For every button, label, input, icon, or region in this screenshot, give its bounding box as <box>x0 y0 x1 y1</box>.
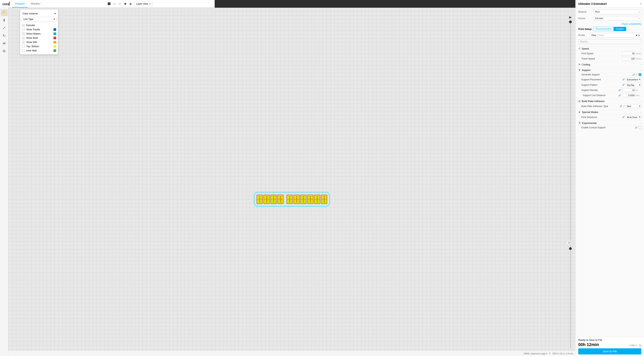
view-dropdown-arrow: ▼ <box>149 3 151 5</box>
cs-checkbox-top-bottom[interactable] <box>22 45 25 48</box>
cs-item-shell[interactable]: ✓ Show Shell <box>20 36 58 40</box>
cs-header: Color scheme ▾ <box>20 11 58 16</box>
sidebar-move-icon[interactable]: ⬆ <box>1 17 8 24</box>
viewport[interactable]: Color scheme ▾ Line Type ▾ ✓ Extruder Sh… <box>8 8 215 119</box>
cs-color-inner-wall <box>54 49 56 52</box>
nav-tab-prepare[interactable]: Prepare <box>12 0 28 8</box>
cs-checkbox-travels[interactable] <box>22 28 25 31</box>
grid-background: Color scheme ▾ Line Type ▾ ✓ Extruder Sh… <box>8 8 215 119</box>
cs-item-helpers[interactable]: ✓ Show Helpers <box>20 32 58 36</box>
cs-label-inner-wall: Inner Wall <box>26 49 52 52</box>
logo-text: cura <box>2 2 9 6</box>
cs-label-extruder: Extruder <box>26 24 56 27</box>
cs-collapse-icon[interactable]: ▾ <box>54 12 56 15</box>
cs-color-top-bottom <box>54 45 56 48</box>
topbar-center: ⬛ ◻ ⬡ ⬢ ▦ Layer view ▼ <box>45 1 215 6</box>
monitor-help-icon: ? <box>41 2 42 5</box>
logo: cura. <box>0 1 12 6</box>
cs-label-top-bottom: Top / Bottom <box>26 45 52 48</box>
nav-tabs: Prepare Monitor ? <box>12 0 45 8</box>
cs-item-top-bottom[interactable]: Top / Bottom <box>20 44 58 49</box>
cs-checkbox-extruder[interactable]: ✓ <box>22 24 25 27</box>
xray-view-icon[interactable]: ⬡ <box>118 2 122 6</box>
cs-checkbox-helpers[interactable]: ✓ <box>22 33 25 35</box>
cs-label-shell: Show Shell <box>26 37 52 39</box>
solid-view-icon[interactable]: ⬛ <box>107 2 111 6</box>
cs-color-shell <box>54 37 56 39</box>
cs-item-extruder[interactable]: ✓ Extruder <box>20 23 58 28</box>
logo-dot: . <box>9 1 10 6</box>
cs-line-type-label: Line Type <box>24 18 33 21</box>
multi-view-icon[interactable]: ⬢ <box>123 2 128 6</box>
cs-label-infill: Show Infill <box>26 41 52 44</box>
cs-checkbox-shell[interactable]: ✓ <box>22 37 25 39</box>
view-dropdown[interactable]: Layer view ▼ <box>134 1 153 6</box>
cs-checkbox-inner-wall[interactable] <box>22 49 25 52</box>
cs-title: Color scheme <box>22 12 38 15</box>
cs-line-type-select[interactable]: Line Type ▾ <box>22 17 56 22</box>
view-dropdown-label: Layer view <box>136 2 148 5</box>
sidebar-support-icon[interactable]: ⧉ <box>1 48 8 55</box>
topbar: cura. Prepare Monitor ? ⬛ ◻ ⬡ ⬢ ▦ Layer … <box>0 0 215 8</box>
sidebar-rotate-icon[interactable]: ↻ <box>1 32 8 39</box>
cs-item-inner-wall[interactable]: Inner Wall <box>20 49 58 53</box>
left-sidebar: 📁 ⬆ ⤢ ↻ ⇌ ⧉ <box>0 8 8 119</box>
view-icons: ⬛ ◻ ⬡ ⬢ ▦ <box>107 2 133 6</box>
color-scheme-dropdown: Color scheme ▾ Line Type ▾ ✓ Extruder Sh… <box>20 9 58 55</box>
sidebar-scale-icon[interactable]: ⤢ <box>1 25 8 32</box>
cs-label-helpers: Show Helpers <box>26 33 52 35</box>
cs-label-travels: Show Travels <box>26 28 52 31</box>
wire-view-icon[interactable]: ◻ <box>112 2 117 6</box>
cs-color-helpers <box>54 33 56 35</box>
cs-checkbox-infill[interactable]: ✓ <box>22 41 25 44</box>
nav-tab-monitor[interactable]: Monitor ? <box>28 0 45 8</box>
sidebar-files-icon[interactable]: 📁 <box>1 9 8 16</box>
cs-item-travels[interactable]: Show Travels <box>20 28 58 32</box>
cs-color-travels <box>54 28 56 31</box>
layer-icon[interactable]: ▦ <box>128 2 133 6</box>
cs-item-infill[interactable]: ✓ Show Infill <box>20 40 58 44</box>
cs-line-type-arrow: ▾ <box>54 18 55 21</box>
cs-color-infill <box>54 41 56 44</box>
sidebar-mirror-icon[interactable]: ⇌ <box>1 40 8 47</box>
